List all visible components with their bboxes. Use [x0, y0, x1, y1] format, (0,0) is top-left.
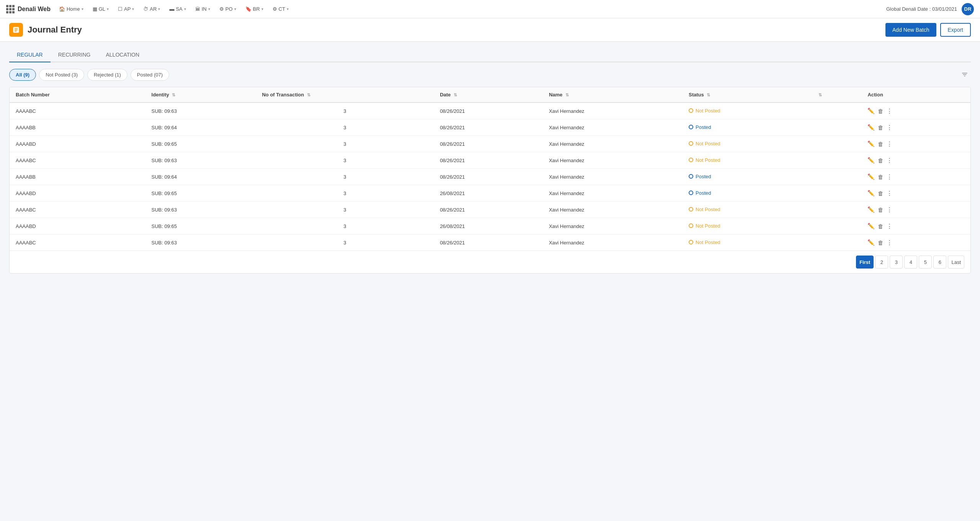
more-icon[interactable]: ⋮	[887, 157, 892, 164]
delete-icon[interactable]: 🗑	[878, 223, 884, 230]
filter-icon[interactable]	[959, 68, 971, 81]
avatar[interactable]: DR	[962, 3, 974, 15]
cell-extra	[811, 119, 861, 136]
page-btn-first[interactable]: First	[856, 256, 874, 269]
page-btn-4[interactable]: 4	[904, 256, 917, 269]
chevron-down-icon: ▾	[234, 7, 236, 11]
col-date[interactable]: Date ⇅	[434, 87, 543, 103]
edit-icon[interactable]: ✏️	[867, 157, 875, 164]
edit-icon[interactable]: ✏️	[867, 239, 875, 246]
cell-extra	[811, 136, 861, 152]
cell-status: Not Posted	[683, 136, 811, 152]
main-tabs: REGULAR RECURRING ALLOCATION	[9, 48, 971, 62]
delete-icon[interactable]: 🗑	[878, 190, 884, 197]
cell-batch-number: AAAABD	[10, 185, 145, 202]
more-icon[interactable]: ⋮	[887, 206, 892, 213]
delete-icon[interactable]: 🗑	[878, 141, 884, 147]
edit-icon[interactable]: ✏️	[867, 190, 875, 197]
col-name[interactable]: Name ⇅	[543, 87, 683, 103]
cell-identity: SUB: 09:63	[145, 152, 256, 169]
tab-allocation[interactable]: ALLOCATION	[98, 48, 147, 62]
more-icon[interactable]: ⋮	[887, 107, 892, 114]
page-btn-3[interactable]: 3	[890, 256, 903, 269]
page-btn-5[interactable]: 5	[919, 256, 932, 269]
filter-posted[interactable]: Posted (07)	[131, 69, 169, 81]
cell-date: 26/08/2021	[434, 185, 543, 202]
chevron-down-icon: ▾	[261, 7, 263, 11]
more-icon[interactable]: ⋮	[887, 239, 892, 246]
more-icon[interactable]: ⋮	[887, 124, 892, 131]
cell-batch-number: AAAABB	[10, 169, 145, 185]
filter-rejected[interactable]: Rejected (1)	[87, 69, 127, 81]
edit-icon[interactable]: ✏️	[867, 107, 875, 114]
chevron-down-icon: ▾	[107, 7, 109, 11]
more-icon[interactable]: ⋮	[887, 190, 892, 197]
chevron-down-icon: ▾	[132, 7, 134, 11]
delete-icon[interactable]: 🗑	[878, 157, 884, 164]
cell-extra	[811, 169, 861, 185]
col-status[interactable]: Status ⇅	[683, 87, 811, 103]
sort-transaction-icon: ⇅	[307, 93, 310, 97]
more-icon[interactable]: ⋮	[887, 223, 892, 230]
add-new-batch-button[interactable]: Add New Batch	[885, 23, 936, 37]
edit-icon[interactable]: ✏️	[867, 173, 875, 180]
table-row: AAAABC SUB: 09:63 3 08/26/2021 Xavi Hern…	[10, 152, 970, 169]
more-icon[interactable]: ⋮	[887, 173, 892, 180]
edit-icon[interactable]: ✏️	[867, 124, 875, 131]
cell-name: Xavi Hernandez	[543, 119, 683, 136]
top-nav: Denali Web 🏠 Home ▾ ▦ GL ▾ ☐ AP ▾ ⏱ AR ▾…	[0, 0, 980, 18]
delete-icon[interactable]: 🗑	[878, 108, 884, 114]
col-identity[interactable]: Identity ⇅	[145, 87, 256, 103]
edit-icon[interactable]: ✏️	[867, 206, 875, 213]
col-action: Action	[861, 87, 970, 103]
nav-home[interactable]: 🏠 Home ▾	[55, 4, 87, 14]
delete-icon[interactable]: 🗑	[878, 174, 884, 180]
cell-batch-number: AAAABB	[10, 119, 145, 136]
delete-icon[interactable]: 🗑	[878, 207, 884, 213]
col-extra[interactable]: ⇅	[811, 87, 861, 103]
tab-recurring[interactable]: RECURRING	[51, 48, 98, 62]
sort-status-icon: ⇅	[707, 93, 710, 97]
nav-gl[interactable]: ▦ GL ▾	[89, 4, 113, 14]
tab-regular[interactable]: REGULAR	[9, 48, 51, 62]
delete-icon[interactable]: 🗑	[878, 239, 884, 246]
cell-identity: SUB: 09:65	[145, 218, 256, 234]
nav-ct[interactable]: ⚙ CT ▾	[269, 4, 292, 14]
page-btn-2[interactable]: 2	[875, 256, 888, 269]
nav-sa[interactable]: ▬ SA ▾	[165, 4, 189, 14]
delete-icon[interactable]: 🗑	[878, 124, 884, 131]
sort-date-icon: ⇅	[454, 93, 457, 97]
chevron-down-icon: ▾	[208, 7, 210, 11]
edit-icon[interactable]: ✏️	[867, 140, 875, 147]
filter-all[interactable]: All (9)	[9, 69, 36, 81]
filter-not-posted[interactable]: Not Posted (3)	[39, 69, 84, 81]
nav-right: Global Denali Date : 03/01/2021 DR	[886, 3, 974, 15]
page-title-area: Journal Entry	[9, 23, 82, 37]
export-button[interactable]: Export	[940, 23, 971, 37]
page-btn-6[interactable]: 6	[933, 256, 946, 269]
col-batch-number: Batch Number	[10, 87, 145, 103]
cell-status: Posted	[683, 169, 811, 185]
nav-po[interactable]: ⚙ PO ▾	[216, 4, 240, 14]
col-no-of-transaction[interactable]: No of Transaction ⇅	[256, 87, 434, 103]
page-header: Journal Entry Add New Batch Export	[0, 18, 980, 42]
page-btn-last[interactable]: Last	[948, 256, 964, 269]
more-icon[interactable]: ⋮	[887, 140, 892, 147]
grid-menu-icon[interactable]	[6, 5, 15, 13]
filter-row: All (9) Not Posted (3) Rejected (1) Post…	[9, 68, 971, 81]
cell-transactions: 3	[256, 185, 434, 202]
br-icon: 🔖	[245, 6, 252, 12]
nav-in[interactable]: 🏛 IN ▾	[191, 4, 214, 14]
cell-date: 08/26/2021	[434, 234, 543, 251]
nav-ar[interactable]: ⏱ AR ▾	[139, 4, 164, 14]
edit-icon[interactable]: ✏️	[867, 223, 875, 230]
cell-status: Not Posted	[683, 103, 811, 119]
cell-extra	[811, 103, 861, 119]
home-icon: 🏠	[59, 6, 65, 12]
nav-br[interactable]: 🔖 BR ▾	[242, 4, 267, 14]
nav-ap[interactable]: ☐ AP ▾	[114, 4, 138, 14]
data-table: Batch Number Identity ⇅ No of Transactio…	[9, 87, 971, 274]
cell-date: 08/26/2021	[434, 152, 543, 169]
table-row: AAAABC SUB: 09:63 3 08/26/2021 Xavi Hern…	[10, 202, 970, 218]
chevron-down-icon: ▾	[158, 7, 160, 11]
